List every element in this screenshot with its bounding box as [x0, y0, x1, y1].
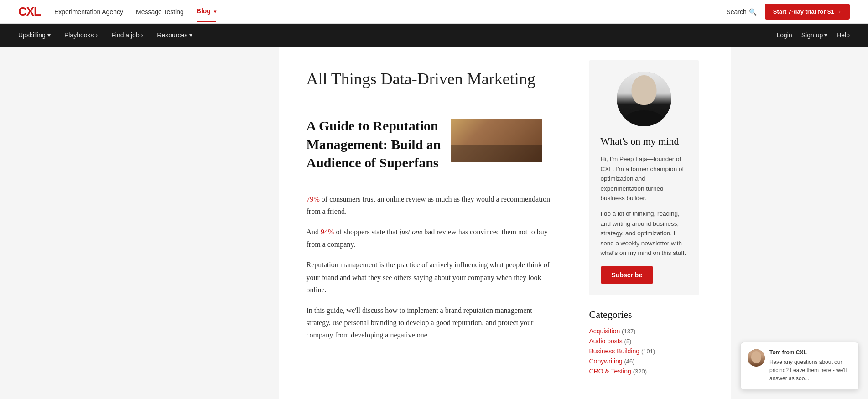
second-nav-left: Upskilling ▾ Playbooks › Find a job › Re… [18, 31, 776, 39]
search-icon: 🔍 [749, 8, 757, 16]
chat-message: Have any questions about our pricing? Le… [769, 358, 852, 383]
stat2-link[interactable]: 94% [321, 228, 334, 236]
article-image-inner [451, 119, 542, 162]
nav-message-testing[interactable]: Message Testing [136, 8, 184, 16]
blog-article: A Guide to Reputation Management: Build … [307, 117, 553, 341]
article-body: 79% of consumers trust an online review … [307, 193, 553, 342]
category-cro-testing[interactable]: CRO & Testing (320) [589, 368, 699, 375]
article-image [451, 119, 542, 162]
find-job-arrow: › [141, 31, 144, 39]
chat-widget[interactable]: Tom from CXL Have any questions about ou… [740, 342, 859, 390]
site-logo[interactable]: CXL [18, 5, 41, 19]
chat-agent-name: Tom from CXL [769, 349, 852, 356]
categories-section: Categories Acquisition (137) Audio posts… [589, 309, 699, 375]
nav-help[interactable]: Help [837, 31, 850, 39]
article-title[interactable]: A Guide to Reputation Management: Build … [307, 117, 442, 172]
upskilling-dropdown-arrow: ▾ [47, 31, 51, 39]
left-sidebar [138, 47, 279, 399]
cta-trial-button[interactable]: Start 7-day trial for $1 → [765, 4, 850, 20]
nav-login[interactable]: Login [776, 31, 792, 39]
author-bio-2: I do a lot of thinking, reading, and wri… [601, 209, 687, 258]
search-button[interactable]: Search 🔍 [726, 8, 756, 16]
nav-signup[interactable]: Sign up ▾ [801, 31, 827, 39]
signup-dropdown-arrow: ▾ [824, 31, 827, 39]
category-acquisition[interactable]: Acquisition (137) [589, 327, 699, 335]
body-paragraph-2: In this guide, we'll discuss how to impl… [307, 304, 553, 342]
categories-title: Categories [589, 309, 699, 321]
author-card: What's on my mind Hi, I'm Peep Laja—foun… [589, 60, 699, 295]
section-divider [307, 103, 553, 103]
second-navigation: Upskilling ▾ Playbooks › Find a job › Re… [0, 24, 868, 47]
article-header: A Guide to Reputation Management: Build … [307, 117, 553, 181]
resources-dropdown-arrow: ▾ [189, 31, 192, 39]
stat2-paragraph: And 94% of shoppers state that just one … [307, 226, 553, 250]
nav-playbooks[interactable]: Playbooks › [64, 31, 98, 39]
top-nav-links: Experimentation Agency Message Testing B… [54, 1, 726, 22]
stat1-paragraph: 79% of consumers trust an online review … [307, 193, 553, 218]
avatar-image [617, 72, 671, 126]
playbooks-arrow: › [96, 31, 98, 39]
chat-content: Tom from CXL Have any questions about ou… [769, 349, 852, 383]
top-navigation: CXL Experimentation Agency Message Testi… [0, 0, 868, 24]
page-wrapper: All Things Data-Driven Marketing A Guide… [138, 47, 731, 399]
author-bio-1: Hi, I'm Peep Laja—founder of CXL. I'm a … [601, 154, 687, 203]
main-content: All Things Data-Driven Marketing A Guide… [279, 47, 580, 399]
blog-dropdown-arrow: ▾ [214, 9, 216, 14]
right-sidebar: What's on my mind Hi, I'm Peep Laja—foun… [580, 47, 708, 399]
subscribe-button[interactable]: Subscribe [601, 266, 654, 284]
stat1-link[interactable]: 79% [307, 195, 320, 203]
category-copywriting[interactable]: Copywriting (46) [589, 358, 699, 365]
page-title: All Things Data-Driven Marketing [307, 69, 553, 89]
nav-upskilling[interactable]: Upskilling ▾ [18, 31, 51, 39]
body-paragraph-1: Reputation management is the practice of… [307, 259, 553, 296]
nav-blog[interactable]: Blog ▾ [197, 1, 216, 22]
chat-avatar [748, 349, 765, 367]
category-audio-posts[interactable]: Audio posts (5) [589, 337, 699, 345]
nav-find-a-job[interactable]: Find a job › [111, 31, 143, 39]
category-business-building[interactable]: Business Building (101) [589, 347, 699, 355]
author-section-title: What's on my mind [601, 135, 687, 147]
nav-resources[interactable]: Resources ▾ [157, 31, 192, 39]
nav-experimentation-agency[interactable]: Experimentation Agency [54, 8, 123, 16]
chat-avatar-image [748, 349, 765, 367]
second-nav-right: Login Sign up ▾ Help [776, 31, 850, 39]
avatar [617, 72, 671, 126]
top-nav-right: Search 🔍 Start 7-day trial for $1 → [726, 4, 850, 20]
